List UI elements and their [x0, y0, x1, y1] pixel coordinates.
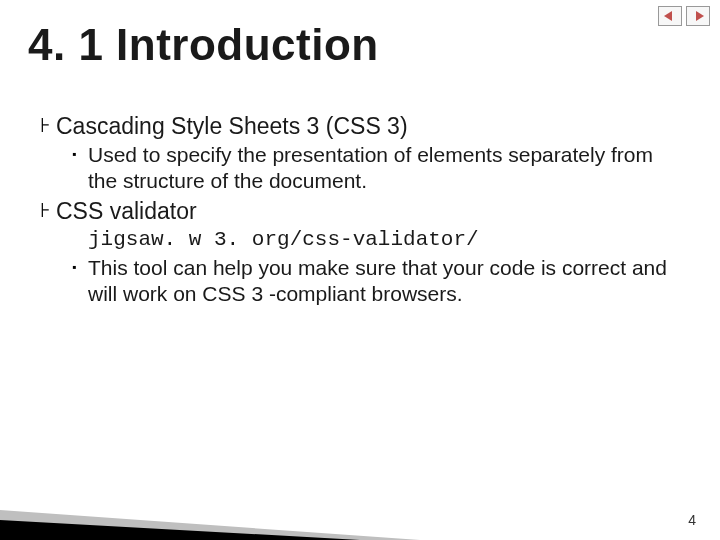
arrow-right-icon	[692, 11, 704, 21]
svg-marker-3	[0, 520, 360, 540]
code-text: jigsaw. w 3. org/css-validator/	[88, 227, 680, 253]
next-slide-button[interactable]	[686, 6, 710, 26]
list-subitem: ▪ Used to specify the presentation of el…	[72, 142, 680, 193]
page-number: 4	[688, 512, 696, 528]
slide-content: ⊦ Cascading Style Sheets 3 (CSS 3) ▪ Use…	[40, 108, 680, 306]
bullet-icon: ⊦	[40, 112, 56, 138]
bullet-icon: ⊦	[40, 197, 56, 223]
square-bullet-icon: ▪	[72, 142, 88, 166]
slide-title: 4. 1 Introduction	[28, 20, 379, 70]
svg-marker-2	[0, 510, 420, 540]
bullet-text: This tool can help you make sure that yo…	[88, 255, 680, 306]
bullet-text: Used to specify the presentation of elem…	[88, 142, 680, 193]
list-item: ⊦ Cascading Style Sheets 3 (CSS 3)	[40, 112, 680, 140]
slide: 4. 1 Introduction ⊦ Cascading Style Shee…	[0, 0, 720, 540]
list-item: ⊦ CSS validator	[40, 197, 680, 225]
arrow-left-icon	[664, 11, 676, 21]
svg-marker-1	[696, 11, 704, 21]
decorative-wedge	[0, 480, 420, 540]
bullet-heading: Cascading Style Sheets 3 (CSS 3)	[56, 112, 408, 140]
prev-slide-button[interactable]	[658, 6, 682, 26]
svg-marker-0	[664, 11, 672, 21]
square-bullet-icon: ▪	[72, 255, 88, 279]
list-subitem: ▪ This tool can help you make sure that …	[72, 255, 680, 306]
nav-controls	[658, 6, 710, 26]
bullet-heading: CSS validator	[56, 197, 197, 225]
